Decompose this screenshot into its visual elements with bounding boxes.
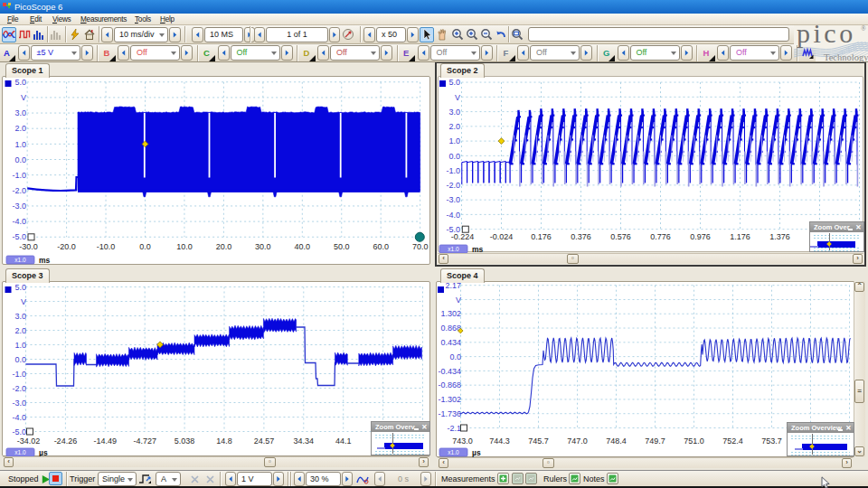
svg-text:-1.302: -1.302 xyxy=(438,395,461,404)
svg-text:-24.26: -24.26 xyxy=(54,436,78,446)
svg-text:752.4: 752.4 xyxy=(722,436,743,446)
svg-text:-3.0: -3.0 xyxy=(12,202,26,211)
svg-text:V: V xyxy=(455,93,460,102)
svg-text:-4.0: -4.0 xyxy=(446,211,460,220)
svg-text:3.0: 3.0 xyxy=(14,108,26,117)
svg-text:-2.1: -2.1 xyxy=(447,424,461,433)
svg-text:751.0: 751.0 xyxy=(684,436,704,446)
svg-text:2.17: 2.17 xyxy=(445,281,461,290)
svg-text:µs: µs xyxy=(472,448,481,457)
svg-text:749.7: 749.7 xyxy=(645,436,665,446)
svg-text:0.0: 0.0 xyxy=(139,242,151,251)
svg-text:744.3: 744.3 xyxy=(489,436,510,446)
svg-text:1.0: 1.0 xyxy=(448,136,460,145)
svg-text:5.0: 5.0 xyxy=(14,78,26,87)
svg-text:-0.024: -0.024 xyxy=(490,232,514,241)
svg-text:-1.736: -1.736 xyxy=(438,409,461,418)
svg-text:20.0: 20.0 xyxy=(216,242,232,251)
svg-text:60.0: 60.0 xyxy=(373,242,389,251)
svg-text:3.0: 3.0 xyxy=(448,108,460,117)
svg-text:743.0: 743.0 xyxy=(452,436,473,446)
svg-text:-0.434: -0.434 xyxy=(438,367,461,376)
svg-text:-14.49: -14.49 xyxy=(94,436,118,446)
svg-text:-3.0: -3.0 xyxy=(12,399,26,408)
svg-text:V: V xyxy=(21,297,26,306)
svg-text:50.0: 50.0 xyxy=(334,242,350,251)
svg-text:24.57: 24.57 xyxy=(254,436,275,446)
svg-text:10.0: 10.0 xyxy=(176,242,193,251)
svg-text:-2.0: -2.0 xyxy=(446,181,460,190)
svg-text:V: V xyxy=(456,296,461,305)
svg-text:30.0: 30.0 xyxy=(255,242,271,251)
svg-text:-4.0: -4.0 xyxy=(12,217,26,226)
svg-text:0.776: 0.776 xyxy=(650,232,671,241)
svg-text:14.8: 14.8 xyxy=(216,436,232,446)
svg-text:0.576: 0.576 xyxy=(610,232,631,241)
svg-text:1.176: 1.176 xyxy=(730,232,750,241)
svg-text:2.0: 2.0 xyxy=(14,124,26,133)
svg-text:-1.0: -1.0 xyxy=(446,166,460,175)
svg-text:-0.224: -0.224 xyxy=(451,232,475,241)
svg-text:-1.0: -1.0 xyxy=(12,171,26,180)
svg-text:-5.0: -5.0 xyxy=(12,232,26,241)
svg-text:-2.0: -2.0 xyxy=(12,384,26,393)
svg-text:5.0: 5.0 xyxy=(448,78,460,87)
svg-text:3.0: 3.0 xyxy=(14,312,26,321)
svg-text:1.376: 1.376 xyxy=(769,232,790,241)
svg-text:-4.727: -4.727 xyxy=(133,436,156,446)
svg-text:1.0: 1.0 xyxy=(14,341,26,350)
svg-text:x1.0: x1.0 xyxy=(448,246,459,252)
svg-text:5.038: 5.038 xyxy=(175,436,195,446)
svg-text:-3.0: -3.0 xyxy=(446,195,460,204)
svg-text:V: V xyxy=(21,93,26,102)
svg-text:x1.0: x1.0 xyxy=(448,449,459,455)
svg-text:-4.0: -4.0 xyxy=(12,413,26,422)
svg-text:-34.02: -34.02 xyxy=(17,436,41,446)
svg-text:5.0: 5.0 xyxy=(14,283,26,292)
svg-text:-10.0: -10.0 xyxy=(97,242,116,251)
svg-text:0.976: 0.976 xyxy=(690,232,711,241)
svg-text:-5.0: -5.0 xyxy=(12,427,26,436)
svg-text:1.0: 1.0 xyxy=(14,140,26,149)
svg-text:0.0: 0.0 xyxy=(449,352,461,361)
svg-text:0.0: 0.0 xyxy=(14,355,26,364)
svg-text:-2.0: -2.0 xyxy=(12,186,26,195)
svg-text:40.0: 40.0 xyxy=(295,242,311,251)
svg-text:0.434: 0.434 xyxy=(440,338,461,347)
svg-text:0.0: 0.0 xyxy=(448,152,460,161)
svg-text:-0.868: -0.868 xyxy=(438,380,461,389)
svg-text:745.7: 745.7 xyxy=(528,436,549,446)
svg-text:0.868: 0.868 xyxy=(440,324,461,333)
svg-text:0.376: 0.376 xyxy=(571,232,591,241)
svg-text:34.34: 34.34 xyxy=(294,436,315,446)
svg-text:x1.0: x1.0 xyxy=(14,257,26,263)
svg-text:0.0: 0.0 xyxy=(14,155,26,164)
svg-text:753.7: 753.7 xyxy=(761,436,782,446)
svg-text:70.0: 70.0 xyxy=(412,242,429,251)
svg-text:-1.0: -1.0 xyxy=(12,370,26,379)
svg-text:ms: ms xyxy=(39,256,51,265)
svg-text:-30.0: -30.0 xyxy=(19,242,38,251)
svg-text:0.176: 0.176 xyxy=(531,232,552,241)
svg-text:748.4: 748.4 xyxy=(606,436,627,446)
svg-text:2.0: 2.0 xyxy=(14,326,26,335)
svg-text:-20.0: -20.0 xyxy=(57,242,76,251)
svg-text:2.0: 2.0 xyxy=(448,122,460,131)
svg-text:1.302: 1.302 xyxy=(440,309,461,318)
svg-text:x1.0: x1.0 xyxy=(14,449,26,455)
svg-text:44.1: 44.1 xyxy=(335,436,352,446)
svg-text:747.0: 747.0 xyxy=(567,436,588,446)
